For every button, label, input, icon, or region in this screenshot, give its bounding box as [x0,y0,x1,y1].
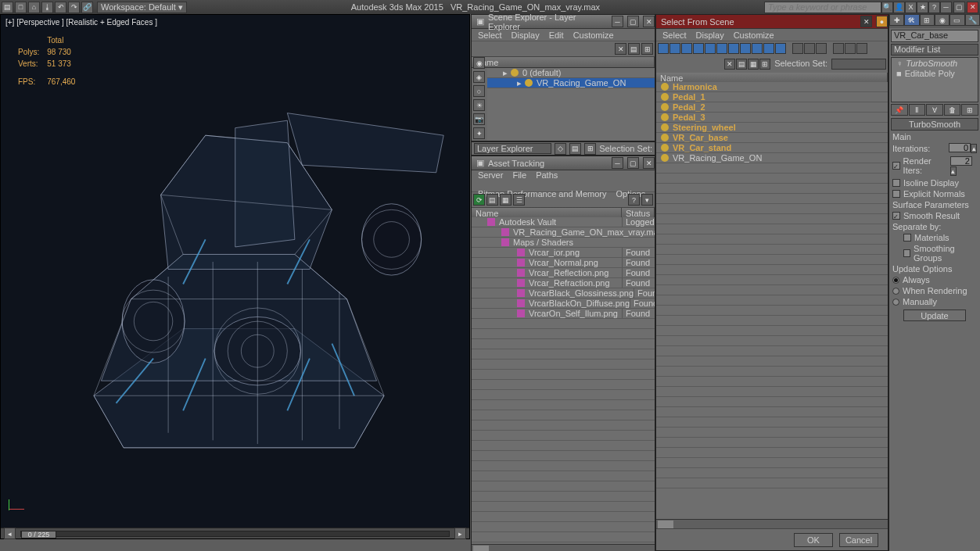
asset-row[interactable]: VR_Racing_Game_ON_max_vray.maxOk [472,227,655,238]
stack-config-icon[interactable]: ⊞ [961,104,978,116]
menu-paths[interactable]: Paths [536,170,558,180]
isoline-checkbox[interactable] [892,179,900,187]
tab-utilities-icon[interactable]: 🔧 [965,14,980,26]
at-view1-icon[interactable]: ▤ [486,194,498,206]
scene-explorer-tree[interactable]: ▸0 (default)▸VR_Racing_Game_ON [487,68,655,141]
asset-row[interactable]: VrcarBlackOn_Diffuse.pngFound [472,299,655,309]
list-item[interactable]: VR_Car_base [656,133,888,143]
update-button[interactable]: Update [903,309,966,321]
stack-show-icon[interactable]: Ⅱ [909,104,926,116]
exchange-icon[interactable]: X [905,2,917,13]
render-iters-checkbox[interactable] [892,162,900,170]
panel-max-icon[interactable]: ▢ [627,16,639,27]
close-button[interactable]: ✕ [967,2,978,13]
filter-shape-icon[interactable] [681,43,692,54]
undo-icon[interactable]: ↶ [55,2,66,13]
update-render-radio[interactable] [892,288,899,295]
filter-xref-icon[interactable] [775,43,786,54]
spinner-up-icon[interactable]: ▴ [971,144,977,153]
se-display-all-icon[interactable]: ◉ [473,57,485,69]
stack-unique-icon[interactable]: ∀ [926,104,943,116]
filter-all-icon[interactable] [658,43,669,54]
sfs-layer-icon[interactable]: ⊞ [759,59,770,70]
filter-hide-icon[interactable] [833,43,844,54]
smooth-result-checkbox[interactable] [892,212,900,220]
sfs-collapse-icon[interactable]: ▤ [736,59,747,70]
scene-explorer-titlebar[interactable]: ▣ Scene Explorer - Layer Explorer ─ ▢ ✕ [472,15,655,29]
redo-icon[interactable]: ↷ [68,2,80,13]
stack-turbosmooth[interactable]: TurboSmooth [906,59,957,68]
new-icon[interactable]: □ [15,2,27,13]
sfs-pin-icon[interactable]: ● [876,16,888,27]
update-always-radio[interactable] [892,277,899,284]
tab-motion-icon[interactable]: ◉ [935,14,949,26]
asset-row[interactable]: Vrcar_Refraction.pngFound [472,278,655,288]
menu-file[interactable]: File [512,170,526,180]
list-item[interactable]: Pedal_2 [656,102,888,113]
cancel-button[interactable]: Cancel [839,533,878,547]
workspace-dropdown[interactable]: Workspace: Default ▾ [97,2,187,13]
at-opts-icon[interactable]: ▾ [641,194,653,206]
search-icon[interactable]: 🔍 [881,2,893,13]
smoothing-groups-checkbox[interactable] [903,249,910,257]
time-slider-thumb[interactable]: 0 / 225 [21,531,56,538]
list-item[interactable]: Harmonica [656,82,888,92]
filter-freeze-icon[interactable] [845,43,856,54]
tree-item[interactable]: ▸VR_Racing_Game_ON [487,78,655,88]
link-icon[interactable]: 🔗 [81,2,93,13]
object-name-field[interactable]: VR_Car_base [891,30,978,42]
at-view2-icon[interactable]: ▦ [500,194,512,206]
open-icon[interactable]: ⌂ [28,2,40,13]
ok-button[interactable]: OK [794,533,833,547]
filter-geom-icon[interactable] [669,43,680,54]
filter-light-icon[interactable] [693,43,704,54]
modifier-stack[interactable]: ♀TurboSmooth ■Editable Poly [891,57,978,102]
layer-new-icon[interactable]: ▤ [569,143,581,155]
sfs-hscroll[interactable] [656,519,888,528]
sfs-clear-icon[interactable]: ✕ [724,59,735,70]
layer-dropdown[interactable]: Layer Explorer [474,143,551,154]
signin-icon[interactable]: 👤 [893,2,905,13]
filter-cam-icon[interactable] [705,43,716,54]
col-name[interactable]: Name [472,57,655,67]
filter-none2-icon[interactable] [804,43,815,54]
filter-space-icon[interactable] [728,43,739,54]
explicit-normals-checkbox[interactable] [892,190,900,198]
filter-ik-icon[interactable] [752,43,763,54]
filter-layer-icon[interactable] [856,43,867,54]
se-clear-icon[interactable]: ✕ [615,43,626,55]
filter-bone-icon[interactable] [740,43,751,54]
panel-min-icon[interactable]: ─ [612,157,623,169]
filter-none3-icon[interactable] [816,43,827,54]
list-item[interactable]: Pedal_1 [656,92,888,102]
menu-display[interactable]: Display [512,30,540,40]
render-iters-spinner[interactable] [950,156,972,166]
asset-row[interactable]: VrcarBlack_Glossiness.pngFound [472,288,655,299]
se-filter-icon[interactable]: ▤ [628,43,640,55]
rollout-turbosmooth[interactable]: TurboSmooth [891,118,978,131]
asset-row[interactable]: Vrcar_ior.pngFound [472,248,655,258]
help-icon[interactable]: ? [928,2,940,13]
menu-edit[interactable]: Edit [549,30,564,40]
at-view3-icon[interactable]: ☰ [513,194,525,206]
asset-tracking-list[interactable]: Autodesk VaultLoggedVR_Racing_Game_ON_ma… [472,217,655,544]
list-item[interactable]: Pedal_3 [656,113,888,123]
tab-display-icon[interactable]: ▭ [949,14,964,26]
asset-hscroll[interactable] [472,544,655,551]
modifier-list-dropdown[interactable]: Modifier List [891,44,978,55]
list-item[interactable]: VR_Car_stand [656,143,888,153]
time-slider-track[interactable]: 0 / 225 [20,531,450,537]
panel-close-icon[interactable]: ✕ [643,157,655,169]
menu-server[interactable]: Server [478,170,503,180]
asset-row[interactable]: Vrcar_Normal.pngFound [472,258,655,268]
asset-row[interactable]: Maps / Shaders [472,238,655,248]
expand-icon[interactable]: ▸ [503,68,508,78]
menu-select[interactable]: Select [478,30,502,40]
filter-none1-icon[interactable] [792,43,803,54]
se-geom-icon[interactable]: ◈ [473,71,485,83]
sfs-expand-icon[interactable]: ▦ [748,59,759,70]
layer-lock-icon[interactable]: ◇ [555,143,566,155]
filter-point-icon[interactable] [763,43,774,54]
at-help-icon[interactable]: ? [628,194,640,206]
menu-select[interactable]: Select [662,30,687,40]
